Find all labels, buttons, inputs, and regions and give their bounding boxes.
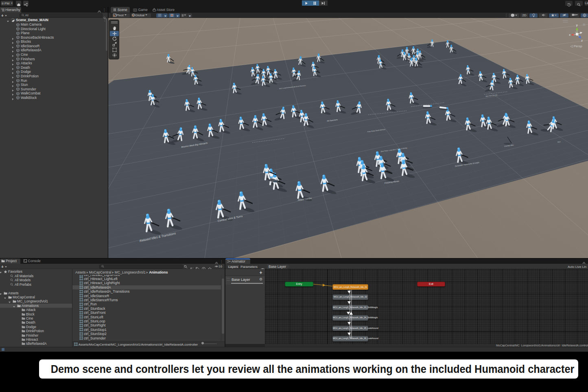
svg-text:z: z [581,39,583,42]
svg-text:◁ Persp: ◁ Persp [570,44,582,48]
svg-text:x: x [569,33,571,37]
svg-text:y: y [576,23,578,27]
